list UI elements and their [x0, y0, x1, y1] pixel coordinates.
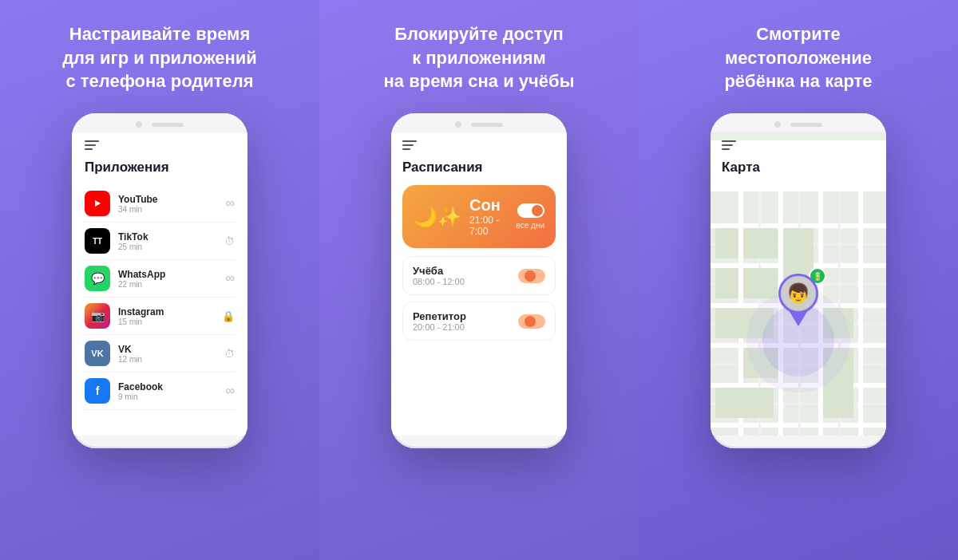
speaker-1: [152, 123, 184, 127]
moon-icon: 🌙✨: [414, 206, 461, 228]
screen-title-1: Приложения: [85, 160, 235, 175]
youtube-name: YouTube: [118, 194, 218, 205]
instagram-info: Instagram 15 min: [118, 306, 214, 326]
tiktok-icon: TT: [85, 228, 110, 254]
camera-3: [774, 121, 781, 128]
panel-schedule: Блокируйте доступк приложениямна время с…: [319, 0, 639, 560]
youtube-info: YouTube 34 min: [118, 194, 218, 214]
youtube-icon: [85, 191, 110, 216]
sleep-toggle[interactable]: [517, 203, 544, 218]
speaker-2: [471, 123, 503, 127]
vk-time: 12 min: [118, 355, 216, 364]
tutor-toggle[interactable]: [518, 314, 545, 329]
phone-1: Приложения YouTube 34 min ∞ TT TikTok: [72, 113, 247, 448]
phone-1-content: Приложения YouTube 34 min ∞ TT TikTok: [72, 132, 247, 436]
vk-control[interactable]: ⏱: [224, 348, 235, 360]
phone-3: Карта: [711, 113, 886, 448]
panel3-title: Смотритеместоположениерёбёнка на карте: [724, 22, 872, 94]
tutor-label: Репетитор: [413, 310, 466, 322]
study-label: Учёба: [413, 265, 465, 277]
road-v4: [858, 191, 863, 436]
phone-2: Расписания 🌙✨ Сон 21:00 - 7:00 все дни У…: [391, 113, 567, 448]
map-content: Карта: [711, 132, 886, 436]
youtube-control[interactable]: ∞: [226, 196, 235, 211]
panel-apps: Настраивайте времядля игр и приложенийс …: [0, 0, 319, 560]
block2: [743, 228, 778, 258]
sleep-days: все дни: [517, 221, 544, 230]
block4: [743, 268, 778, 298]
vk-icon: VK: [85, 341, 110, 366]
panel2-title: Блокируйте доступк приложениямна время с…: [384, 22, 575, 94]
tiktok-info: TikTok 25 min: [118, 231, 216, 251]
app-item-facebook: f Facebook 9 min ∞: [85, 373, 235, 410]
whatsapp-control[interactable]: ∞: [226, 271, 235, 286]
phone-top-bar-1: [72, 113, 247, 132]
whatsapp-time: 22 min: [118, 280, 218, 289]
schedule-item-tutor: Репетитор 20:00 - 21:00: [402, 302, 556, 341]
tutor-info: Репетитор 20:00 - 21:00: [413, 310, 466, 332]
panel-map: Смотритеместоположениерёбёнка на карте К…: [639, 0, 958, 560]
sleep-info: Сон 21:00 - 7:00: [469, 196, 509, 237]
camera-2: [455, 121, 461, 128]
app-item-youtube: YouTube 34 min ∞: [85, 185, 235, 223]
whatsapp-name: WhatsApp: [118, 269, 218, 280]
instagram-icon: 📷: [85, 303, 110, 329]
study-time: 08:00 - 12:00: [413, 277, 465, 286]
study-info: Учёба 08:00 - 12:00: [413, 265, 465, 286]
hamburger-icon-1: [85, 140, 235, 150]
avatar-container: 👦 🔋: [778, 274, 818, 314]
instagram-time: 15 min: [118, 317, 214, 326]
screen-title-2: Расписания: [402, 160, 556, 175]
app-item-tiktok: TT TikTok 25 min ⏱: [85, 223, 235, 260]
facebook-name: Facebook: [118, 381, 218, 392]
schedule-item-study: Учёба 08:00 - 12:00: [402, 256, 556, 295]
screen-title-3: Карта: [722, 160, 875, 175]
study-toggle[interactable]: [518, 269, 545, 283]
vk-name: VK: [118, 344, 216, 355]
tiktok-control[interactable]: ⏱: [224, 235, 235, 247]
tutor-time: 20:00 - 21:00: [413, 322, 466, 332]
sleep-label: Сон: [469, 196, 509, 215]
block3: [715, 268, 738, 298]
facebook-info: Facebook 9 min: [118, 381, 218, 401]
hamburger-icon-3: [722, 140, 875, 150]
panel1-title: Настраивайте времядля игр и приложенийс …: [62, 22, 257, 94]
map-header: Карта: [711, 140, 886, 191]
whatsapp-info: WhatsApp 22 min: [118, 269, 218, 289]
camera-1: [136, 121, 142, 128]
phone-top-bar-2: [391, 113, 567, 132]
child-avatar: 👦: [778, 274, 818, 314]
instagram-name: Instagram: [118, 306, 214, 317]
vk-info: VK 12 min: [118, 344, 216, 364]
schedule-content: Расписания 🌙✨ Сон 21:00 - 7:00 все дни У…: [391, 132, 567, 436]
app-item-whatsapp: 💬 WhatsApp 22 min ∞: [85, 260, 235, 298]
tiktok-name: TikTok: [118, 231, 216, 243]
child-marker: 👦 🔋: [778, 274, 818, 326]
app-item-vk: VK VK 12 min ⏱: [85, 335, 235, 373]
app-item-instagram: 📷 Instagram 15 min 🔒: [85, 298, 235, 335]
instagram-control[interactable]: 🔒: [222, 310, 235, 322]
facebook-time: 9 min: [118, 392, 218, 401]
phone-top-bar-3: [711, 113, 886, 132]
sleep-time: 21:00 - 7:00: [469, 215, 509, 237]
tiktok-time: 25 min: [118, 243, 216, 251]
youtube-time: 34 min: [118, 205, 218, 214]
facebook-icon: f: [85, 378, 110, 404]
hamburger-icon-2: [402, 140, 556, 150]
facebook-control[interactable]: ∞: [226, 384, 235, 398]
block1: [715, 228, 738, 258]
speaker-3: [790, 123, 822, 127]
sleep-card: 🌙✨ Сон 21:00 - 7:00 все дни: [402, 185, 556, 248]
block10: [715, 388, 774, 418]
map-area: 👦 🔋: [711, 191, 886, 436]
whatsapp-icon: 💬: [85, 266, 110, 291]
yt-play-icon: [89, 198, 105, 209]
